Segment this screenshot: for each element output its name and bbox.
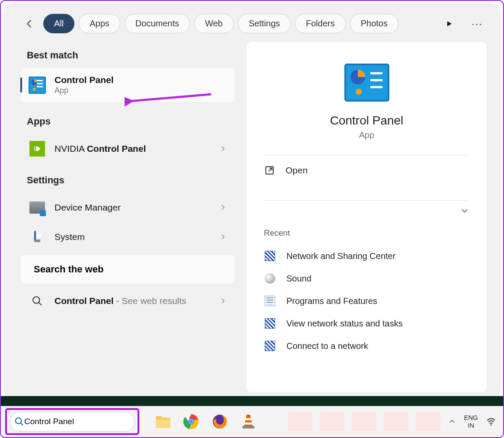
svg-line-5 <box>20 423 23 425</box>
lang-bottom: IN <box>464 422 478 429</box>
open-icon <box>264 165 275 176</box>
network-icon <box>264 250 276 262</box>
recent-network-sharing-center[interactable]: Network and Sharing Center <box>264 245 469 267</box>
result-best-match-control-panel[interactable]: Control Panel App <box>21 68 234 102</box>
recent-view-network-status[interactable]: View network status and tasks <box>264 312 469 335</box>
tray-placeholder[interactable] <box>384 412 408 431</box>
tab-settings[interactable]: Settings <box>238 14 291 33</box>
recent-sound[interactable]: Sound <box>264 267 469 290</box>
system-icon <box>29 228 46 246</box>
recent-label: Programs and Features <box>286 296 377 306</box>
recent-header: Recent <box>264 224 469 245</box>
svg-rect-12 <box>245 418 252 420</box>
network-icon <box>264 317 276 329</box>
result-web-control-panel[interactable]: Control Panel - See web results <box>21 286 234 316</box>
section-best-match: Best match <box>12 42 234 68</box>
svg-rect-14 <box>242 426 254 428</box>
recent-label: Network and Sharing Center <box>286 251 395 261</box>
tray-overflow-button[interactable] <box>448 418 456 425</box>
search-content: Best match Control Panel App Apps NVIDIA… <box>5 42 499 392</box>
recent-programs-features[interactable]: Programs and Features <box>264 290 469 312</box>
result-label: Device Manager <box>55 202 210 213</box>
chevron-right-icon <box>219 233 227 241</box>
folder-icon <box>155 415 170 428</box>
search-icon <box>14 416 24 427</box>
chevron-right-icon <box>219 297 227 305</box>
programs-icon <box>264 295 276 307</box>
search-top-bar: All Apps Documents Web Settings Folders … <box>5 3 499 42</box>
expand-actions[interactable] <box>264 201 469 224</box>
section-apps: Apps <box>12 105 234 134</box>
taskbar-firefox[interactable] <box>211 413 228 430</box>
recent-label: View network status and tasks <box>286 319 403 329</box>
result-nvidia-control-panel[interactable]: NVIDIA Control Panel <box>21 134 234 163</box>
device-manager-icon <box>29 199 46 216</box>
wifi-icon[interactable] <box>486 416 496 427</box>
results-column: Best match Control Panel App Apps NVIDIA… <box>5 42 234 392</box>
taskbar: ENG IN <box>1 406 503 437</box>
tray-placeholder[interactable] <box>416 412 440 431</box>
tab-all[interactable]: All <box>43 14 74 33</box>
result-label: Control Panel - See web results <box>55 295 210 307</box>
filter-tabs: All Apps Documents Web Settings Folders … <box>43 14 434 33</box>
recent-label: Connect to a network <box>286 341 368 351</box>
svg-point-4 <box>16 418 21 423</box>
detail-card: Control Panel App Open Recent Network an… <box>247 42 487 392</box>
arrow-left-icon <box>23 18 35 30</box>
recent-label: Sound <box>286 274 311 284</box>
search-icon <box>29 292 46 310</box>
tab-apps[interactable]: Apps <box>79 14 120 33</box>
action-open[interactable]: Open <box>264 155 469 185</box>
svg-point-10 <box>189 420 193 423</box>
result-label: NVIDIA Control Panel <box>55 144 210 154</box>
result-system[interactable]: System <box>21 222 234 252</box>
taskbar-vlc[interactable] <box>240 413 257 430</box>
tray-placeholder[interactable] <box>352 412 376 431</box>
taskbar-search-input[interactable] <box>24 417 127 426</box>
result-title: Control Panel <box>55 75 227 85</box>
taskbar-pinned-apps <box>154 413 257 430</box>
detail-subtitle: App <box>264 130 469 140</box>
play-icon <box>445 19 453 28</box>
action-label: Open <box>286 165 308 176</box>
detail-title: Control Panel <box>264 114 469 128</box>
chevron-down-icon <box>460 206 469 215</box>
svg-point-15 <box>491 425 492 426</box>
result-device-manager[interactable]: Device Manager <box>21 193 234 222</box>
tray-placeholder[interactable] <box>320 412 344 431</box>
chevron-right-icon <box>219 204 227 211</box>
tab-folders[interactable]: Folders <box>295 14 346 33</box>
control-panel-icon <box>29 77 46 94</box>
control-panel-icon <box>264 64 469 102</box>
recent-connect-network[interactable]: Connect to a network <box>264 335 469 357</box>
detail-column: Control Panel App Open Recent Network an… <box>234 42 499 392</box>
back-button[interactable] <box>20 14 39 33</box>
vlc-icon <box>241 414 255 429</box>
tab-photos[interactable]: Photos <box>350 14 398 33</box>
language-indicator[interactable]: ENG IN <box>464 414 478 429</box>
chrome-icon <box>183 414 199 429</box>
taskbar-chrome[interactable] <box>183 413 200 430</box>
annotation-highlight <box>5 408 139 435</box>
system-tray: ENG IN <box>288 412 499 431</box>
svg-point-0 <box>33 297 39 303</box>
more-options-button[interactable]: ··· <box>469 15 486 32</box>
svg-line-1 <box>39 302 42 305</box>
network-icon <box>264 340 276 352</box>
lang-top: ENG <box>464 414 478 422</box>
result-label: System <box>55 232 210 242</box>
chevron-right-icon <box>219 145 227 153</box>
sound-icon <box>264 272 276 285</box>
result-subtitle: App <box>55 86 227 95</box>
nvidia-icon <box>29 140 46 157</box>
overflow-next-button[interactable] <box>443 17 456 30</box>
tab-documents[interactable]: Documents <box>125 14 190 33</box>
taskbar-search-box[interactable] <box>10 412 135 432</box>
section-settings: Settings <box>12 163 234 193</box>
svg-rect-13 <box>244 422 253 425</box>
firefox-icon <box>212 414 228 429</box>
start-search-panel: All Apps Documents Web Settings Folders … <box>5 3 499 397</box>
tab-web[interactable]: Web <box>194 14 234 33</box>
tray-placeholder[interactable] <box>288 412 312 431</box>
taskbar-file-explorer[interactable] <box>154 413 171 430</box>
